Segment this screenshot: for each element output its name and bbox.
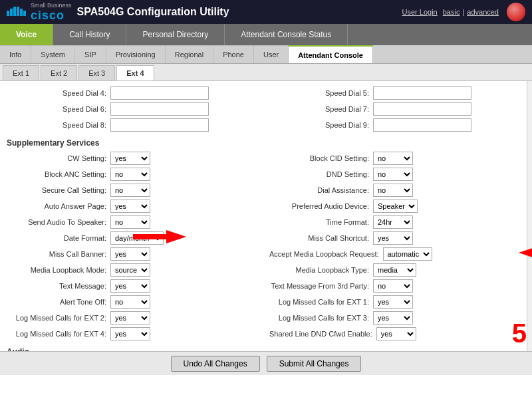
sub-tab-sip[interactable]: SIP	[75, 45, 106, 63]
speed-dial-4-input[interactable]	[110, 86, 209, 100]
block-anc-select[interactable]: noyes	[110, 168, 150, 181]
svg-rect-0	[7, 11, 9, 16]
miss-call-shortcut-label: Miss Call Shortcut:	[269, 234, 369, 242]
media-loopback-type-label: Media Loopback Type:	[269, 266, 369, 274]
speed-dial-9-label: Speed Dial 9:	[269, 121, 369, 129]
block-anc-label: Block ANC Setting:	[7, 170, 106, 178]
advanced-link[interactable]: advanced	[467, 8, 499, 16]
main-tab-call-history[interactable]: Call History	[53, 24, 126, 45]
submit-all-button[interactable]: Submit All Changes	[267, 356, 362, 372]
dial-assistance-select[interactable]: noyes	[373, 184, 413, 197]
brand-small: Small Business	[31, 2, 72, 9]
cisco-logo: Small Business cisco	[7, 2, 72, 23]
time-format-select[interactable]: 24hr12hr	[373, 215, 413, 229]
media-loopback-mode-row: Media Loopback Mode: sourcepeer	[7, 262, 263, 278]
cw-setting-label: CW Setting:	[7, 154, 106, 162]
ext-tab-3[interactable]: Ext 3	[78, 65, 115, 80]
sub-tab-regional[interactable]: Regional	[166, 45, 213, 63]
svg-marker-6	[133, 230, 186, 243]
log-ext1-select[interactable]: yesno	[373, 295, 413, 309]
sub-tab-attendant-console[interactable]: Attendant Console	[289, 45, 373, 63]
pipe: |	[462, 8, 464, 16]
date-format-row: Date Format: day/monthmonth/day	[7, 230, 263, 246]
text-message-label: Text Message:	[7, 282, 106, 290]
accept-media-select[interactable]: automaticmanualnone	[383, 247, 432, 261]
red-arrow-date	[133, 229, 186, 246]
send-audio-label: Send Audio To Speaker:	[7, 218, 106, 226]
media-loopback-type-select[interactable]: mediapayload	[373, 263, 416, 277]
speed-dial-4-label: Speed Dial 4:	[7, 89, 106, 97]
preferred-audio-select[interactable]: SpeakerHeadset	[373, 200, 418, 213]
speed-dial-9-input[interactable]	[373, 118, 471, 132]
main-tab-voice[interactable]: Voice	[0, 24, 53, 45]
text-msg-3rd-select[interactable]: noyes	[373, 279, 413, 293]
header: Small Business cisco SPA504G Configurati…	[0, 0, 532, 24]
speed-dial-6-input[interactable]	[110, 102, 209, 116]
text-msg-3rd-row: Text Message From 3rd Party: noyes	[269, 278, 525, 294]
basic-link[interactable]: basic	[443, 8, 460, 16]
sub-tab-info[interactable]: Info	[0, 45, 31, 63]
sub-nav: Info System SIP Provisioning Regional Ph…	[0, 45, 532, 64]
secure-call-label: Secure Call Setting:	[7, 186, 106, 194]
block-cid-select[interactable]: noyes	[373, 152, 413, 165]
sub-tab-provisioning[interactable]: Provisioning	[106, 45, 166, 63]
main-tab-personal-directory[interactable]: Personal Directory	[126, 24, 225, 45]
dnd-setting-select[interactable]: noyes	[373, 168, 413, 181]
miss-call-shortcut-row: Miss Call Shortcut: yesno	[269, 230, 525, 246]
auto-answer-select[interactable]: yesno	[110, 200, 150, 213]
speed-dial-7-input[interactable]	[373, 102, 471, 116]
ss-right: Block CID Setting: noyes DND Setting: no…	[269, 150, 525, 342]
shared-line-dnd-select[interactable]: yesno	[376, 327, 416, 340]
media-loopback-type-row: Media Loopback Type: mediapayload	[269, 262, 525, 278]
ext-tab-2[interactable]: Ext 2	[41, 65, 77, 80]
speed-dials-section: Speed Dial 4: Speed Dial 6: Speed Dial 8…	[7, 85, 525, 133]
preferred-audio-label: Preferred Audio Device:	[269, 202, 369, 210]
log-ext3-row: Log Missed Calls for EXT 3: yesno	[269, 310, 525, 326]
log-ext4-label: Log Missed Calls for EXT 4:	[7, 330, 106, 338]
media-loopback-mode-select[interactable]: sourcepeer	[110, 263, 150, 277]
speed-dial-8-input[interactable]	[110, 118, 209, 132]
supplementary-services-grid: CW Setting: yesno Block ANC Setting: noy…	[7, 150, 525, 342]
alert-tone-label: Alert Tone Off:	[7, 298, 106, 306]
dnd-setting-label: DND Setting:	[269, 170, 369, 178]
miss-call-banner-select[interactable]: yesno	[110, 247, 150, 261]
log-ext2-row: Log Missed Calls for EXT 2: yesno	[7, 310, 263, 326]
app-title: SPA504G Configuration Utility	[77, 6, 229, 18]
text-msg-3rd-label: Text Message From 3rd Party:	[269, 282, 369, 290]
speed-dial-8-row: Speed Dial 8:	[7, 117, 263, 133]
send-audio-select[interactable]: noyes	[110, 215, 150, 229]
block-anc-row: Block ANC Setting: noyes	[7, 166, 263, 182]
scrollbar[interactable]	[527, 81, 532, 375]
log-ext2-select[interactable]: yesno	[110, 311, 150, 325]
cw-setting-select[interactable]: yesno	[110, 152, 150, 165]
speed-dial-7-label: Speed Dial 7:	[269, 105, 369, 113]
sub-tab-system[interactable]: System	[31, 45, 75, 63]
send-audio-row: Send Audio To Speaker: noyes	[7, 214, 263, 230]
log-ext3-select[interactable]: yesno	[373, 311, 413, 325]
dnd-setting-row: DND Setting: noyes	[269, 166, 525, 182]
cisco-logo-icon	[7, 5, 28, 19]
media-loopback-mode-label: Media Loopback Mode:	[7, 266, 106, 274]
time-format-label: Time Format:	[269, 218, 369, 226]
log-ext1-label: Log Missed Calls for EXT 1:	[269, 298, 369, 306]
sub-tab-phone[interactable]: Phone	[213, 45, 254, 63]
alert-tone-select[interactable]: noyes	[110, 295, 150, 309]
text-message-select[interactable]: yesno	[110, 279, 150, 293]
miss-call-banner-label: Miss Call Banner:	[7, 250, 106, 258]
main-tab-attendant-console-status[interactable]: Attendant Console Status	[225, 24, 348, 45]
secure-call-select[interactable]: noyes	[110, 184, 150, 197]
block-cid-label: Block CID Setting:	[269, 154, 369, 162]
speed-dial-5-input[interactable]	[373, 86, 471, 100]
speed-dial-6-row: Speed Dial 6:	[7, 101, 263, 117]
user-login-link[interactable]: User Login	[402, 8, 438, 16]
miss-call-shortcut-select[interactable]: yesno	[373, 231, 413, 245]
sub-tab-user[interactable]: User	[254, 45, 289, 63]
log-ext4-select[interactable]: yesno	[110, 327, 150, 340]
ext-tab-4[interactable]: Ext 4	[116, 65, 154, 80]
speed-dial-right: Speed Dial 5: Speed Dial 7: Speed Dial 9…	[269, 85, 525, 133]
dial-assistance-row: Dial Assistance: noyes	[269, 182, 525, 198]
auto-answer-label: Auto Answer Page:	[7, 202, 106, 210]
undo-all-button[interactable]: Undo All Changes	[171, 356, 260, 372]
cisco-text: cisco	[31, 9, 72, 23]
ext-tab-1[interactable]: Ext 1	[3, 65, 39, 80]
